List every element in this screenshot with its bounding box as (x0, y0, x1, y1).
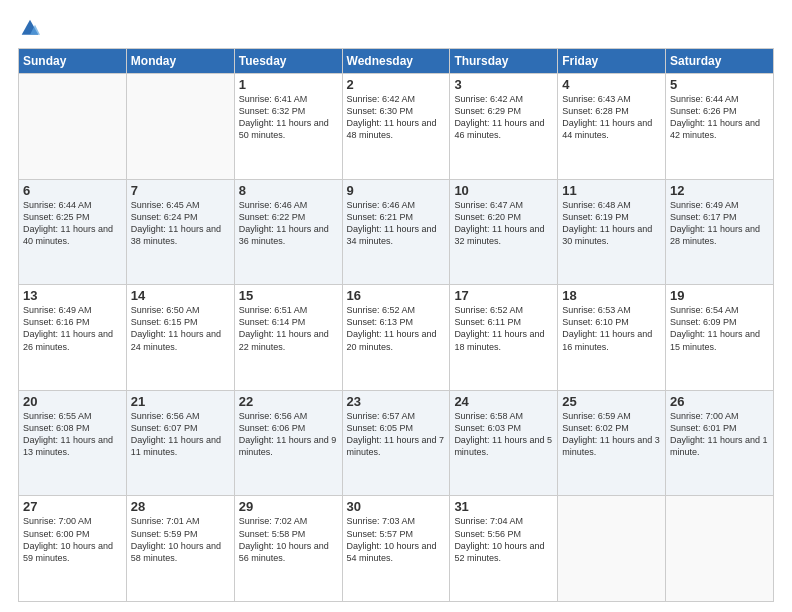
day-number: 21 (131, 394, 230, 409)
week-row-4: 20Sunrise: 6:55 AM Sunset: 6:08 PM Dayli… (19, 390, 774, 496)
day-info: Sunrise: 6:45 AM Sunset: 6:24 PM Dayligh… (131, 199, 230, 248)
calendar-cell: 16Sunrise: 6:52 AM Sunset: 6:13 PM Dayli… (342, 285, 450, 391)
weekday-header-row: SundayMondayTuesdayWednesdayThursdayFrid… (19, 49, 774, 74)
weekday-saturday: Saturday (666, 49, 774, 74)
calendar-cell: 23Sunrise: 6:57 AM Sunset: 6:05 PM Dayli… (342, 390, 450, 496)
day-info: Sunrise: 6:54 AM Sunset: 6:09 PM Dayligh… (670, 304, 769, 353)
calendar-cell: 4Sunrise: 6:43 AM Sunset: 6:28 PM Daylig… (558, 74, 666, 180)
page: SundayMondayTuesdayWednesdayThursdayFrid… (0, 0, 792, 612)
day-number: 28 (131, 499, 230, 514)
calendar-cell: 8Sunrise: 6:46 AM Sunset: 6:22 PM Daylig… (234, 179, 342, 285)
day-number: 7 (131, 183, 230, 198)
calendar-cell: 14Sunrise: 6:50 AM Sunset: 6:15 PM Dayli… (126, 285, 234, 391)
day-number: 30 (347, 499, 446, 514)
weekday-thursday: Thursday (450, 49, 558, 74)
day-number: 29 (239, 499, 338, 514)
day-number: 1 (239, 77, 338, 92)
day-number: 26 (670, 394, 769, 409)
day-number: 2 (347, 77, 446, 92)
calendar-cell: 17Sunrise: 6:52 AM Sunset: 6:11 PM Dayli… (450, 285, 558, 391)
day-info: Sunrise: 6:47 AM Sunset: 6:20 PM Dayligh… (454, 199, 553, 248)
day-info: Sunrise: 7:00 AM Sunset: 6:01 PM Dayligh… (670, 410, 769, 459)
day-info: Sunrise: 6:43 AM Sunset: 6:28 PM Dayligh… (562, 93, 661, 142)
day-number: 24 (454, 394, 553, 409)
calendar-cell (666, 496, 774, 602)
calendar-cell: 15Sunrise: 6:51 AM Sunset: 6:14 PM Dayli… (234, 285, 342, 391)
logo (18, 18, 40, 38)
day-info: Sunrise: 6:50 AM Sunset: 6:15 PM Dayligh… (131, 304, 230, 353)
day-info: Sunrise: 6:59 AM Sunset: 6:02 PM Dayligh… (562, 410, 661, 459)
day-info: Sunrise: 6:52 AM Sunset: 6:13 PM Dayligh… (347, 304, 446, 353)
calendar-cell: 27Sunrise: 7:00 AM Sunset: 6:00 PM Dayli… (19, 496, 127, 602)
day-number: 9 (347, 183, 446, 198)
calendar-cell: 31Sunrise: 7:04 AM Sunset: 5:56 PM Dayli… (450, 496, 558, 602)
calendar-cell: 24Sunrise: 6:58 AM Sunset: 6:03 PM Dayli… (450, 390, 558, 496)
day-number: 8 (239, 183, 338, 198)
calendar-cell: 13Sunrise: 6:49 AM Sunset: 6:16 PM Dayli… (19, 285, 127, 391)
calendar-cell: 19Sunrise: 6:54 AM Sunset: 6:09 PM Dayli… (666, 285, 774, 391)
day-number: 19 (670, 288, 769, 303)
day-info: Sunrise: 6:49 AM Sunset: 6:17 PM Dayligh… (670, 199, 769, 248)
day-number: 27 (23, 499, 122, 514)
day-info: Sunrise: 6:56 AM Sunset: 6:06 PM Dayligh… (239, 410, 338, 459)
day-number: 3 (454, 77, 553, 92)
weekday-friday: Friday (558, 49, 666, 74)
day-number: 10 (454, 183, 553, 198)
day-info: Sunrise: 6:46 AM Sunset: 6:22 PM Dayligh… (239, 199, 338, 248)
day-number: 18 (562, 288, 661, 303)
day-info: Sunrise: 7:04 AM Sunset: 5:56 PM Dayligh… (454, 515, 553, 564)
day-info: Sunrise: 6:58 AM Sunset: 6:03 PM Dayligh… (454, 410, 553, 459)
day-info: Sunrise: 6:55 AM Sunset: 6:08 PM Dayligh… (23, 410, 122, 459)
day-number: 4 (562, 77, 661, 92)
header (18, 18, 774, 38)
weekday-wednesday: Wednesday (342, 49, 450, 74)
calendar-cell: 7Sunrise: 6:45 AM Sunset: 6:24 PM Daylig… (126, 179, 234, 285)
day-number: 17 (454, 288, 553, 303)
weekday-monday: Monday (126, 49, 234, 74)
calendar-cell: 12Sunrise: 6:49 AM Sunset: 6:17 PM Dayli… (666, 179, 774, 285)
day-info: Sunrise: 7:00 AM Sunset: 6:00 PM Dayligh… (23, 515, 122, 564)
day-number: 5 (670, 77, 769, 92)
week-row-1: 1Sunrise: 6:41 AM Sunset: 6:32 PM Daylig… (19, 74, 774, 180)
day-number: 20 (23, 394, 122, 409)
calendar-cell: 18Sunrise: 6:53 AM Sunset: 6:10 PM Dayli… (558, 285, 666, 391)
day-number: 11 (562, 183, 661, 198)
calendar-cell: 25Sunrise: 6:59 AM Sunset: 6:02 PM Dayli… (558, 390, 666, 496)
calendar-cell: 21Sunrise: 6:56 AM Sunset: 6:07 PM Dayli… (126, 390, 234, 496)
calendar-cell: 6Sunrise: 6:44 AM Sunset: 6:25 PM Daylig… (19, 179, 127, 285)
calendar-cell: 1Sunrise: 6:41 AM Sunset: 6:32 PM Daylig… (234, 74, 342, 180)
day-number: 12 (670, 183, 769, 198)
day-info: Sunrise: 6:46 AM Sunset: 6:21 PM Dayligh… (347, 199, 446, 248)
day-number: 13 (23, 288, 122, 303)
calendar-table: SundayMondayTuesdayWednesdayThursdayFrid… (18, 48, 774, 602)
calendar-cell (558, 496, 666, 602)
calendar-cell: 10Sunrise: 6:47 AM Sunset: 6:20 PM Dayli… (450, 179, 558, 285)
week-row-2: 6Sunrise: 6:44 AM Sunset: 6:25 PM Daylig… (19, 179, 774, 285)
logo-icon (20, 18, 40, 38)
week-row-3: 13Sunrise: 6:49 AM Sunset: 6:16 PM Dayli… (19, 285, 774, 391)
day-info: Sunrise: 6:49 AM Sunset: 6:16 PM Dayligh… (23, 304, 122, 353)
calendar-cell: 2Sunrise: 6:42 AM Sunset: 6:30 PM Daylig… (342, 74, 450, 180)
day-info: Sunrise: 6:57 AM Sunset: 6:05 PM Dayligh… (347, 410, 446, 459)
day-number: 31 (454, 499, 553, 514)
weekday-sunday: Sunday (19, 49, 127, 74)
day-number: 16 (347, 288, 446, 303)
calendar-cell: 26Sunrise: 7:00 AM Sunset: 6:01 PM Dayli… (666, 390, 774, 496)
day-number: 14 (131, 288, 230, 303)
calendar-cell: 30Sunrise: 7:03 AM Sunset: 5:57 PM Dayli… (342, 496, 450, 602)
day-info: Sunrise: 6:52 AM Sunset: 6:11 PM Dayligh… (454, 304, 553, 353)
day-number: 22 (239, 394, 338, 409)
day-info: Sunrise: 6:41 AM Sunset: 6:32 PM Dayligh… (239, 93, 338, 142)
day-info: Sunrise: 6:53 AM Sunset: 6:10 PM Dayligh… (562, 304, 661, 353)
day-info: Sunrise: 7:02 AM Sunset: 5:58 PM Dayligh… (239, 515, 338, 564)
day-info: Sunrise: 6:42 AM Sunset: 6:29 PM Dayligh… (454, 93, 553, 142)
calendar-cell: 20Sunrise: 6:55 AM Sunset: 6:08 PM Dayli… (19, 390, 127, 496)
day-info: Sunrise: 6:42 AM Sunset: 6:30 PM Dayligh… (347, 93, 446, 142)
calendar-cell (19, 74, 127, 180)
day-info: Sunrise: 6:44 AM Sunset: 6:26 PM Dayligh… (670, 93, 769, 142)
calendar-cell: 11Sunrise: 6:48 AM Sunset: 6:19 PM Dayli… (558, 179, 666, 285)
day-number: 23 (347, 394, 446, 409)
day-number: 15 (239, 288, 338, 303)
calendar-cell: 22Sunrise: 6:56 AM Sunset: 6:06 PM Dayli… (234, 390, 342, 496)
day-number: 25 (562, 394, 661, 409)
